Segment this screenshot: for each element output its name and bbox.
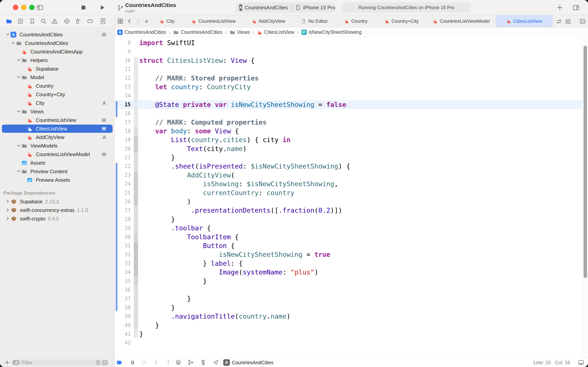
- toggle-right-sidebar-icon[interactable]: [572, 4, 580, 11]
- line-number[interactable]: 14: [115, 91, 131, 100]
- tab-no-editor[interactable]: No Editor: [293, 15, 336, 27]
- pause-icon[interactable]: [130, 360, 135, 366]
- file-row-helpers[interactable]: Helpers: [0, 56, 115, 65]
- bookmark-navigator-icon[interactable]: [29, 18, 36, 25]
- source-editor[interactable]: 8import SwiftUI910struct CitiesListView:…: [115, 37, 588, 358]
- file-row-supabase[interactable]: Supabase: [0, 65, 115, 73]
- project-navigator-icon[interactable]: [6, 18, 12, 25]
- memory-graph-icon[interactable]: [188, 360, 194, 366]
- line-number[interactable]: 39: [115, 312, 131, 321]
- tab-country-city[interactable]: Country+City: [376, 15, 427, 27]
- test-navigator-icon[interactable]: [64, 18, 70, 25]
- line-number[interactable]: 21: [115, 153, 131, 162]
- file-row-preview-assets[interactable]: Preview Assets: [0, 176, 115, 184]
- code-fold-ribbon[interactable]: [134, 127, 138, 329]
- report-navigator-icon[interactable]: [100, 18, 106, 25]
- tab-addcityview[interactable]: AddCityView: [244, 15, 293, 27]
- file-row-model[interactable]: Model: [0, 73, 115, 82]
- tab-citieslistview[interactable]: CitiesListView: [496, 15, 553, 27]
- package-row-supabase[interactable]: Supabase2.13.2: [0, 197, 115, 206]
- file-row-countriesandcities[interactable]: ACountriesAndCitiesM: [0, 30, 115, 39]
- filter-field[interactable]: [11, 359, 109, 366]
- breakpoints-toggle-icon[interactable]: [117, 360, 123, 366]
- line-number[interactable]: 19: [115, 135, 131, 144]
- minimize-window-button[interactable]: [21, 5, 26, 10]
- file-row-assets[interactable]: Assets: [0, 158, 115, 167]
- breadcrumb-item[interactable]: PisNewCitySheetShowing: [301, 29, 361, 35]
- code-fold-ribbon[interactable]: [134, 136, 138, 153]
- line-number[interactable]: 10: [115, 56, 131, 65]
- view-hierarchy-icon[interactable]: [175, 360, 181, 366]
- package-row-swift-crypto[interactable]: swift-crypto3.4.0: [0, 214, 115, 223]
- filter-input[interactable]: [21, 360, 94, 366]
- disclosure-chevron-icon[interactable]: [16, 109, 21, 114]
- close-window-button[interactable]: [13, 5, 18, 10]
- related-items-swap-icon[interactable]: [556, 19, 562, 25]
- editor-only-mode-icon[interactable]: [578, 359, 584, 366]
- add-file-button[interactable]: [4, 360, 10, 366]
- file-row-preview-content[interactable]: Preview Content: [0, 167, 115, 176]
- step-into-icon[interactable]: [153, 360, 159, 366]
- add-editor-split-icon[interactable]: [580, 18, 586, 25]
- source-control-change-bar[interactable]: [116, 163, 118, 311]
- disclosure-chevron-icon[interactable]: [5, 32, 10, 37]
- breadcrumb-item[interactable]: Views: [229, 29, 250, 35]
- debug-navigator-icon[interactable]: [75, 18, 81, 25]
- recent-files-clock-icon[interactable]: [95, 360, 101, 365]
- find-navigator-icon[interactable]: [40, 18, 47, 25]
- line-number[interactable]: 13: [115, 83, 131, 91]
- adjust-editor-options-icon[interactable]: [565, 18, 571, 25]
- line-number[interactable]: 18: [115, 127, 131, 135]
- disclosure-chevron-icon[interactable]: [5, 199, 10, 204]
- navigate-back-icon[interactable]: [127, 18, 132, 24]
- file-row-countrieslistview[interactable]: CountriesListViewM: [0, 116, 115, 125]
- file-row-viewmodels[interactable]: ViewModels: [0, 142, 115, 150]
- file-row-countrieslistviewmodel[interactable]: CountriesListViewModelM: [0, 150, 115, 158]
- tab-clipped[interactable]: o: [143, 15, 151, 27]
- source-control-status-filter-icon[interactable]: [102, 360, 108, 366]
- file-row-citieslistview[interactable]: CitiesListViewM: [0, 125, 115, 133]
- issue-navigator-icon[interactable]: [51, 18, 58, 25]
- file-row-addcityview[interactable]: AddCityViewA: [0, 133, 115, 142]
- tab-city[interactable]: City: [151, 15, 183, 27]
- line-number[interactable]: 8: [115, 39, 131, 47]
- source-control-change-bar[interactable]: [116, 101, 118, 117]
- scheme-selector[interactable]: A CountriesAndCities › iPhone 15 Pro: [236, 2, 335, 13]
- line-number[interactable]: 12: [115, 74, 131, 83]
- simulate-location-icon[interactable]: [213, 360, 218, 366]
- editor-grid-icon[interactable]: [117, 18, 124, 24]
- disclosure-chevron-icon[interactable]: [16, 143, 21, 148]
- line-number[interactable]: 42: [115, 338, 131, 347]
- file-row-country[interactable]: Country: [0, 82, 115, 90]
- toggle-left-sidebar-icon[interactable]: [37, 4, 43, 11]
- disclosure-chevron-icon[interactable]: [10, 40, 16, 46]
- disclosure-chevron-icon[interactable]: [5, 207, 10, 213]
- zoom-window-button[interactable]: [29, 5, 35, 10]
- breadcrumb-item[interactable]: CitiesListView: [257, 29, 294, 35]
- sidebar-divider[interactable]: [115, 15, 115, 367]
- line-number[interactable]: 11: [115, 65, 131, 74]
- file-row-city[interactable]: CityA: [0, 99, 115, 107]
- breadcrumb-item[interactable]: ACountriesAndCities: [117, 29, 166, 35]
- file-row-views[interactable]: Views: [0, 107, 115, 116]
- add-tab-button[interactable]: [556, 4, 563, 11]
- line-number[interactable]: 9: [115, 47, 131, 56]
- source-control-navigator-icon[interactable]: [17, 18, 24, 25]
- step-out-icon[interactable]: [166, 360, 171, 366]
- disclosure-chevron-icon[interactable]: [16, 57, 21, 63]
- package-row-swift-concurrency-extras[interactable]: swift-concurrency-extras1.1.0: [0, 206, 115, 214]
- disclosure-chevron-icon[interactable]: [16, 168, 21, 174]
- line-number[interactable]: 17: [115, 118, 131, 127]
- tab-countrieslistview[interactable]: CountriesListView: [183, 15, 244, 27]
- navigate-forward-icon[interactable]: [135, 18, 141, 24]
- stop-button[interactable]: [80, 4, 86, 11]
- scheme-device[interactable]: iPhone 15 Pro: [303, 5, 335, 11]
- editor-scrollbar-thumb[interactable]: [584, 46, 587, 278]
- tab-countrieslistviewmodel[interactable]: CountriesListViewModel: [427, 15, 496, 27]
- code-fold-ribbon[interactable]: [134, 242, 138, 276]
- environment-overrides-icon[interactable]: [200, 360, 206, 366]
- breakpoint-navigator-icon[interactable]: [87, 18, 94, 25]
- line-number[interactable]: 41: [115, 330, 131, 338]
- code-fold-ribbon[interactable]: [134, 171, 138, 206]
- run-button[interactable]: [99, 4, 106, 11]
